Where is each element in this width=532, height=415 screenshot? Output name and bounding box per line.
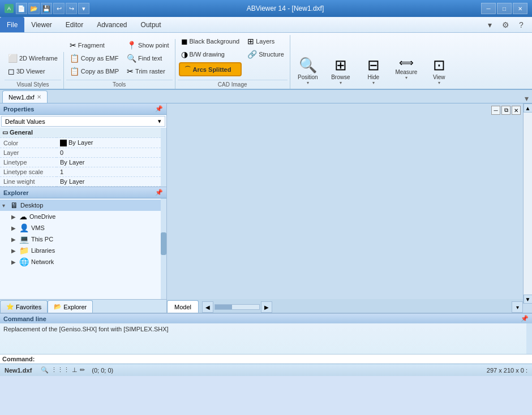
horiz-scroll-track[interactable] bbox=[214, 304, 260, 310]
minimize-button[interactable]: ─ bbox=[481, 3, 496, 14]
canvas-area[interactable]: ─ ⧉ ✕ ▲ ▼ Model ◀ ▶ ▾ bbox=[167, 103, 532, 313]
command-line-title: Command line bbox=[3, 315, 46, 322]
model-tab-model[interactable]: Model bbox=[167, 300, 199, 313]
maximize-button[interactable]: □ bbox=[497, 3, 512, 14]
browse-label: Browse bbox=[331, 74, 350, 80]
model-dropdown-btn[interactable]: ▾ bbox=[512, 301, 523, 313]
close-button[interactable]: ✕ bbox=[513, 3, 527, 14]
btn-bw-drawing[interactable]: ◑ B/W drawing bbox=[178, 48, 243, 60]
tree-item-network[interactable]: ▶ 🌐 Network bbox=[9, 256, 166, 267]
btn-show-point[interactable]: 📍 Show point bbox=[123, 39, 172, 51]
canvas-vertical-scrollbar[interactable]: ▲ ▼ bbox=[523, 103, 532, 304]
open-icon[interactable]: 📂 bbox=[28, 3, 40, 14]
tree-arrow-vms[interactable]: ▶ bbox=[11, 225, 18, 231]
tree-item-this-pc[interactable]: ▶ 💻 This PC bbox=[9, 234, 166, 245]
canvas-close-button[interactable]: ✕ bbox=[512, 106, 521, 115]
tab-explorer[interactable]: 📂 Explorer bbox=[48, 300, 93, 313]
scroll-up-button[interactable]: ▲ bbox=[524, 103, 533, 113]
tree-icon-network: 🌐 bbox=[19, 257, 29, 266]
btn-trim-raster[interactable]: ✂ Trim raster bbox=[123, 65, 172, 77]
tree-item-desktop[interactable]: ▾ 🖥 Desktop bbox=[0, 200, 166, 211]
btn-find-text[interactable]: 🔍 Find text bbox=[123, 52, 172, 64]
menu-viewer[interactable]: Viewer bbox=[24, 17, 58, 32]
status-pen-icon[interactable]: ✏ bbox=[80, 366, 85, 374]
position-icon: 🔍 bbox=[299, 57, 317, 74]
redo-icon[interactable]: ↪ bbox=[66, 3, 77, 14]
explorer-scrollbar[interactable] bbox=[161, 198, 166, 299]
status-search-icon[interactable]: 🔍 bbox=[41, 366, 49, 374]
explorer-tab-icon: 📂 bbox=[54, 303, 62, 310]
btn-black-bg[interactable]: ◼ Black Background bbox=[178, 35, 243, 47]
command-line-pin[interactable]: 📌 bbox=[521, 315, 529, 322]
dropdown-icon[interactable]: ▾ bbox=[78, 3, 89, 14]
command-line-scrollbar[interactable] bbox=[526, 323, 532, 354]
tab-close-button[interactable]: ✕ bbox=[37, 94, 41, 100]
properties-dropdown[interactable]: Default Values ▾ bbox=[1, 116, 165, 127]
model-nav-next-btn[interactable]: ▶ bbox=[261, 301, 272, 313]
explorer-header: Explorer 📌 bbox=[0, 187, 166, 198]
copy-bmp-label: Copy as BMP bbox=[81, 68, 119, 75]
btn-browse[interactable]: ⊞ Browse ▾ bbox=[325, 54, 356, 88]
canvas-minimize-button[interactable]: ─ bbox=[491, 106, 500, 115]
settings-icon[interactable]: ⚙ bbox=[499, 19, 512, 31]
btn-copy-emf[interactable]: 📋 Copy as EMF bbox=[66, 52, 122, 64]
scroll-down-button[interactable]: ▼ bbox=[524, 295, 533, 304]
btn-2d-wireframe[interactable]: ⬜ 2D Wireframe bbox=[5, 52, 61, 64]
btn-view[interactable]: ⊡ View ▾ bbox=[424, 54, 454, 88]
explorer-scrollbar-thumb[interactable] bbox=[161, 232, 166, 255]
properties-dropdown-label: Default Values bbox=[5, 118, 45, 125]
model-nav-prev-btn[interactable]: ◀ bbox=[202, 301, 213, 313]
scroll-track[interactable] bbox=[524, 113, 532, 295]
btn-position[interactable]: 🔍 Position ▾ bbox=[293, 54, 323, 88]
command-input[interactable] bbox=[37, 356, 530, 362]
help-dropdown-icon[interactable]: ▾ bbox=[483, 19, 496, 31]
menu-output[interactable]: Output bbox=[134, 17, 168, 32]
black-bg-icon: ◼ bbox=[181, 37, 188, 46]
tree-item-vms[interactable]: ▶ 👤 VMS bbox=[9, 222, 166, 234]
tree-item-onedrive[interactable]: ▶ ☁ OneDrive bbox=[9, 211, 166, 222]
properties-scrollbar[interactable] bbox=[161, 128, 166, 187]
black-bg-label: Black Background bbox=[190, 38, 240, 45]
visual-styles-col: ⬜ 2D Wireframe ◻ 3D Viewer bbox=[5, 52, 61, 77]
tab-new1dxf[interactable]: New1.dxf ✕ bbox=[2, 90, 48, 103]
explorer-pin-icon[interactable]: 📌 bbox=[155, 189, 163, 196]
tree-arrow-desktop[interactable]: ▾ bbox=[2, 202, 9, 209]
measure-icon: ⟺ bbox=[399, 57, 414, 69]
btn-structure[interactable]: 🔗 Structure bbox=[244, 48, 288, 60]
help-icon[interactable]: ? bbox=[515, 19, 527, 31]
props-label-linetype: Linetype bbox=[0, 158, 57, 167]
tab-favorites[interactable]: ⭐ Favorites bbox=[0, 300, 48, 313]
menu-advanced[interactable]: Advanced bbox=[90, 17, 134, 32]
section-collapse-icon[interactable]: ▭ bbox=[2, 129, 10, 136]
btn-copy-bmp[interactable]: 📋 Copy as BMP bbox=[66, 65, 122, 77]
main-area: Properties 📌 Default Values ▾ ▭ General bbox=[0, 103, 532, 313]
tree-arrow-this-pc[interactable]: ▶ bbox=[11, 236, 18, 243]
menu-editor[interactable]: Editor bbox=[59, 17, 90, 32]
canvas-restore-button[interactable]: ⧉ bbox=[501, 106, 510, 115]
new-icon[interactable]: 📄 bbox=[16, 3, 27, 14]
save-icon[interactable]: 💾 bbox=[41, 3, 52, 14]
tab-overflow-button[interactable]: ▾ bbox=[525, 94, 532, 103]
btn-layers[interactable]: ⊞ Layers bbox=[244, 35, 288, 47]
command-line-message: Replacement of the [Geniso.SHX] font wit… bbox=[3, 326, 169, 332]
browse-arrow: ▾ bbox=[340, 80, 342, 85]
section-label: General bbox=[10, 129, 33, 136]
tree-label-this-pc: This PC bbox=[31, 236, 53, 243]
btn-measure[interactable]: ⟺ Measure ▾ bbox=[391, 54, 422, 83]
btn-hide[interactable]: ⊟ Hide ▾ bbox=[358, 54, 389, 88]
tree-item-libraries[interactable]: ▶ 📁 Libraries bbox=[9, 245, 166, 256]
menu-file[interactable]: File bbox=[0, 17, 24, 32]
tree-arrow-libraries[interactable]: ▶ bbox=[11, 248, 18, 254]
btn-3d-viewer[interactable]: ◻ 3D Viewer bbox=[5, 65, 61, 77]
btn-fragment[interactable]: ✂ Fragment bbox=[66, 39, 122, 51]
status-grid-icon[interactable]: ⋮⋮⋮ bbox=[51, 366, 70, 374]
bw-drawing-icon: ◑ bbox=[181, 50, 188, 59]
undo-icon[interactable]: ↩ bbox=[53, 3, 65, 14]
tree-arrow-network[interactable]: ▶ bbox=[11, 259, 18, 265]
status-perp-icon[interactable]: ⊥ bbox=[72, 366, 78, 374]
measure-arrow: ▾ bbox=[405, 75, 407, 80]
tree-arrow-onedrive[interactable]: ▶ bbox=[11, 214, 18, 220]
properties-pin-icon[interactable]: 📌 bbox=[155, 105, 163, 113]
find-text-icon: 🔍 bbox=[127, 54, 136, 63]
btn-arcs-splitted[interactable]: ⌒ Arcs Splitted bbox=[179, 62, 242, 76]
